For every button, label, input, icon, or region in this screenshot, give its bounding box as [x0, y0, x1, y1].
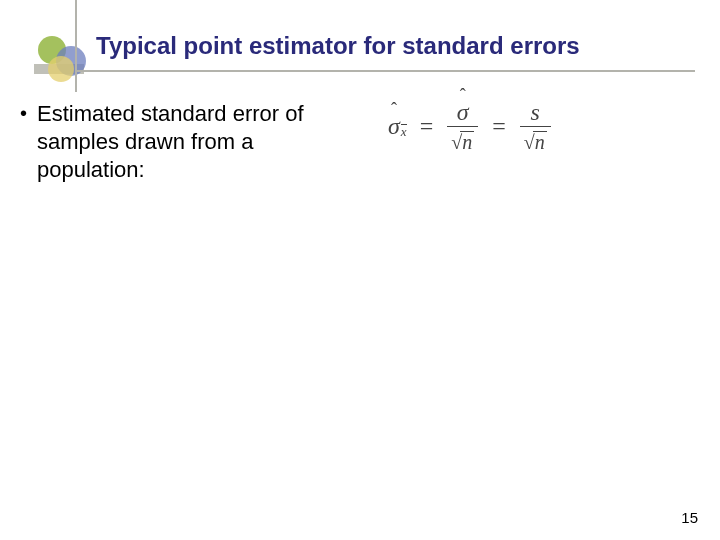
- sigma-hat: σ: [457, 100, 469, 124]
- sigma-symbol: σ: [388, 113, 400, 139]
- title-vertical-rule: [75, 0, 77, 92]
- xbar-subscript: x: [401, 124, 407, 140]
- sigma-hat: σ: [388, 113, 400, 140]
- formula-middle-fraction: σ √n: [447, 100, 478, 153]
- x-symbol: x: [401, 124, 407, 140]
- page-number: 15: [681, 509, 698, 526]
- bullet-text: Estimated standard error of samples draw…: [37, 100, 360, 184]
- slide-title: Typical point estimator for standard err…: [96, 32, 580, 60]
- formula-right-fraction: s √n: [520, 100, 551, 153]
- standard-error-formula: σx = σ √n = s √n: [388, 100, 700, 153]
- fraction-numerator: σ: [453, 100, 473, 126]
- square-root: √n: [524, 130, 547, 152]
- bullet-item: • Estimated standard error of samples dr…: [20, 100, 360, 184]
- square-root: √n: [451, 130, 474, 152]
- fraction-numerator: s: [527, 100, 544, 126]
- bullet-dot-icon: •: [20, 100, 27, 126]
- title-horizontal-rule: [75, 70, 695, 72]
- slide-logo: [28, 28, 88, 82]
- n-symbol: n: [460, 131, 474, 152]
- n-symbol: n: [533, 131, 547, 152]
- fraction-denominator: √n: [520, 126, 551, 153]
- sigma-symbol: σ: [457, 99, 469, 125]
- content-row: • Estimated standard error of samples dr…: [20, 100, 700, 184]
- slide-body: • Estimated standard error of samples dr…: [20, 100, 700, 184]
- s-symbol: s: [531, 99, 540, 125]
- logo-circle-yellow: [48, 56, 74, 82]
- equals-sign: =: [488, 113, 510, 140]
- fraction-denominator: √n: [447, 126, 478, 153]
- equals-sign: =: [416, 113, 438, 140]
- formula-lhs: σx: [388, 113, 406, 140]
